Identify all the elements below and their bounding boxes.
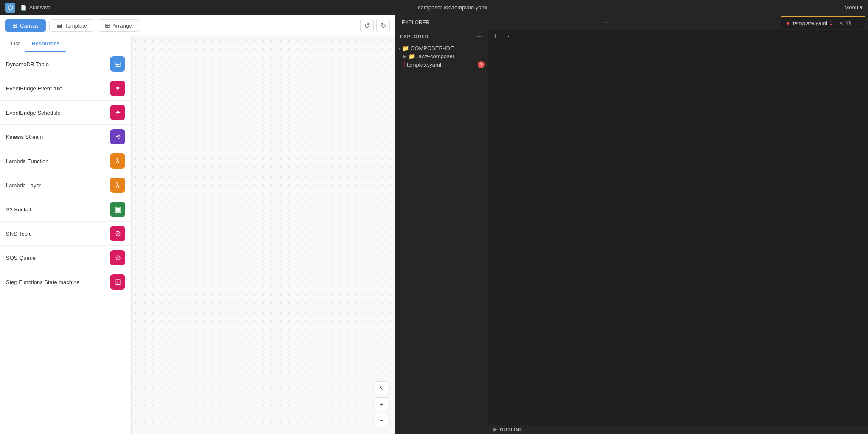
explorer-tree: ▾ 📁 COMPOSER-IDE ▶ 📁 .aws-composer ! tem… <box>395 42 488 434</box>
explorer-header: EXPLORER ··· <box>395 30 488 42</box>
editor-tab-actions: ··· <box>604 19 610 26</box>
explorer-title: EXPLORER <box>398 20 433 25</box>
code-editor: 1 · ▶ OUTLINE <box>488 30 868 434</box>
tab-template[interactable]: ▤ Template <box>49 19 94 32</box>
resource-icon: λ <box>110 178 125 193</box>
tab-list[interactable]: List <box>5 36 25 52</box>
tab-arrange[interactable]: ⊞ Arrange <box>98 19 139 32</box>
resource-icon: ⊕ <box>110 250 125 265</box>
resource-tabs: List Resources <box>0 36 131 52</box>
main-layout: ⊞ Canvas ▤ Template ⊞ Arrange ↺ ↻ List <box>0 15 868 434</box>
resource-item[interactable]: DynamoDB Table⊞ <box>0 52 131 76</box>
editor-split-buttons: ⧉ ··· <box>846 19 860 27</box>
zoom-out-button[interactable]: － <box>375 414 388 427</box>
composer-body: List Resources DynamoDB Table⊞EventBridg… <box>0 36 395 434</box>
resource-item[interactable]: Step Functions State machine⊞ <box>0 270 131 294</box>
breadcrumb: composer-ide/template.yaml <box>61 4 844 11</box>
template-icon: ▤ <box>56 22 62 29</box>
close-tab-icon[interactable]: ✕ <box>839 20 843 26</box>
resource-icon: ▣ <box>110 202 125 217</box>
resource-icon: ✦ <box>110 81 125 96</box>
resource-items-list: DynamoDB Table⊞EventBridge Event rule✦Ev… <box>0 52 131 434</box>
new-file-icon[interactable]: ··· <box>476 33 483 40</box>
tab-resources[interactable]: Resources <box>25 36 65 52</box>
outline-bar[interactable]: ▶ OUTLINE <box>488 425 868 434</box>
explorer-header-actions: ··· <box>476 33 483 40</box>
resource-item[interactable]: S3 Bucket▣ <box>0 197 131 222</box>
editor-panel: EXPLORER ··· ● template.yaml 1 ✕ ⧉ ··· <box>395 15 868 434</box>
redo-button[interactable]: ↻ <box>376 19 390 32</box>
resource-icon: ⊞ <box>110 56 125 72</box>
resource-item[interactable]: EventBridge Schedule✦ <box>0 101 131 125</box>
tree-template-file[interactable]: ! template.yaml 1 <box>395 60 488 69</box>
composer-panel: ⊞ Canvas ▤ Template ⊞ Arrange ↺ ↻ List <box>0 15 395 434</box>
resource-item[interactable]: Kinesis Stream≋ <box>0 125 131 149</box>
explorer-tree-panel: EXPLORER ··· ▾ 📁 COMPOSER-IDE ▶ 📁 .aws-c… <box>395 30 488 434</box>
more-options-icon[interactable]: ··· <box>604 19 610 26</box>
resource-icon: ⊞ <box>110 274 125 290</box>
resource-item[interactable]: Lambda Layerλ <box>0 173 131 197</box>
folder-icon2: 📁 <box>409 53 415 59</box>
tree-root-folder[interactable]: ▾ 📁 COMPOSER-IDE <box>395 44 488 52</box>
file-icon: 📄 <box>20 5 27 11</box>
tree-aws-composer-folder[interactable]: ▶ 📁 .aws-composer <box>395 52 488 60</box>
resource-icon: ≋ <box>110 129 125 144</box>
autosave-indicator: 📄 Autosave <box>20 5 51 11</box>
editor-tabs-bar: EXPLORER ··· ● template.yaml 1 ✕ ⧉ ··· <box>395 15 868 30</box>
outline-arrow-icon: ▶ <box>493 427 497 432</box>
canvas-controls: ⤡ ＋ － <box>375 381 388 427</box>
tab-canvas[interactable]: ⊞ Canvas <box>5 19 46 32</box>
expand-icon: ▶ <box>403 54 407 59</box>
collapse-icon: ▾ <box>398 46 400 51</box>
overflow-menu-icon[interactable]: ··· <box>854 19 860 27</box>
zoom-in-button[interactable]: ＋ <box>375 397 388 411</box>
menu-button[interactable]: Menu ▾ <box>844 4 863 11</box>
view-tabs-row: ⊞ Canvas ▤ Template ⊞ Arrange ↺ ↻ <box>0 15 395 36</box>
error-dot-icon: ● <box>786 19 790 27</box>
arrange-icon: ⊞ <box>105 22 110 29</box>
resource-item[interactable]: Lambda Functionλ <box>0 149 131 173</box>
resource-item[interactable]: EventBridge Event rule✦ <box>0 76 131 101</box>
error-file-icon: ! <box>403 61 405 68</box>
resource-icon: λ <box>110 153 125 169</box>
canvas-area[interactable]: ⤡ ＋ － <box>132 36 395 434</box>
app-logo[interactable]: ⬡ <box>5 3 15 13</box>
editor-file-tab[interactable]: ● template.yaml 1 ✕ ⧉ ··· <box>781 16 865 29</box>
resource-list-panel: List Resources DynamoDB Table⊞EventBridg… <box>0 36 132 434</box>
editor-code-content[interactable]: 1 · <box>488 30 868 425</box>
topbar: ⬡ 📄 Autosave composer-ide/template.yaml … <box>0 0 868 15</box>
resource-icon: ✦ <box>110 105 125 120</box>
toolbar-undo-redo: ↺ ↻ <box>360 19 390 32</box>
fit-view-button[interactable]: ⤡ <box>375 381 388 395</box>
resource-item[interactable]: SQS Queue⊕ <box>0 246 131 270</box>
undo-button[interactable]: ↺ <box>360 19 374 32</box>
resource-icon: ⊛ <box>110 226 125 241</box>
split-editor-icon[interactable]: ⧉ <box>846 19 851 27</box>
folder-icon: 📁 <box>402 45 409 51</box>
chevron-down-icon: ▾ <box>860 4 863 11</box>
resource-item[interactable]: SNS Topic⊛ <box>0 222 131 246</box>
canvas-icon: ⊞ <box>12 22 17 29</box>
